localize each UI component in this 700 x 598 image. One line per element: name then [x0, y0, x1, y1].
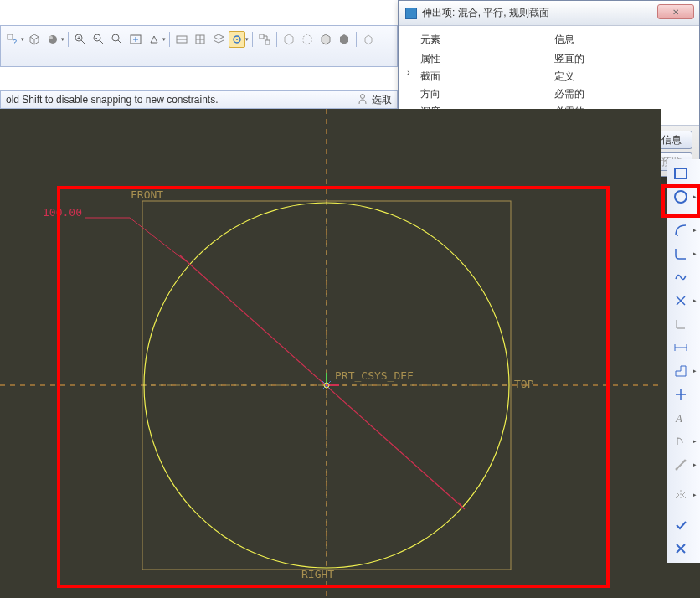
hidden-line-icon[interactable] — [299, 31, 316, 48]
sketch-canvas[interactable]: 100.00 FRONT RIGHT TOP PRT_CSYS_DEF — [0, 109, 661, 598]
refit-icon[interactable] — [127, 31, 144, 48]
edge-tool-icon[interactable]: ▸ — [668, 454, 693, 476]
point-tool-icon[interactable]: ▸ — [668, 290, 693, 312]
coord-tool-icon[interactable] — [668, 313, 693, 335]
sketch-tool-palette: ▸ ▸ ▸ ▸ ▸ A ▸ ▸ ▸ — [667, 159, 700, 563]
cube-icon[interactable] — [26, 31, 43, 48]
arc-tool-icon[interactable]: ▸ — [668, 219, 693, 241]
spline-tool-icon[interactable] — [668, 266, 693, 288]
view-icon-1[interactable] — [173, 31, 190, 48]
dropdown-icon[interactable]: ▾ — [245, 36, 249, 43]
current-row-marker: › — [407, 67, 410, 77]
orient-icon[interactable] — [146, 31, 162, 48]
right-label: RIGHT — [301, 568, 334, 580]
wireframe-icon[interactable] — [281, 31, 297, 48]
status-bar: old Shift to disable snapping to new con… — [0, 90, 398, 109]
done-icon[interactable] — [668, 514, 693, 536]
rectangle-tool-icon[interactable] — [668, 162, 693, 184]
cube-small-icon[interactable] — [360, 31, 377, 48]
sphere-icon[interactable] — [44, 31, 61, 48]
close-button[interactable]: ✕ — [657, 4, 694, 19]
svg-line-11 — [118, 40, 121, 44]
svg-point-55 — [684, 460, 687, 462]
dialog-title: 伸出项: 混合, 平行, 规则截面 — [422, 6, 549, 20]
shaded-icon[interactable] — [336, 31, 353, 48]
svg-point-24 — [361, 94, 365, 98]
svg-point-41 — [675, 191, 687, 203]
svg-line-34 — [130, 218, 186, 261]
person-icon — [357, 93, 368, 107]
svg-line-5 — [81, 40, 85, 44]
mirror-tool-icon[interactable]: ▸ — [668, 484, 693, 506]
svg-rect-21 — [265, 40, 270, 44]
svg-text:+: + — [77, 35, 80, 41]
svg-text:?: ? — [13, 38, 17, 46]
status-message: old Shift to disable snapping to new con… — [6, 94, 219, 106]
top-label: TOP — [514, 378, 534, 390]
no-hidden-icon[interactable] — [317, 31, 334, 48]
svg-text:-: - — [95, 34, 98, 40]
svg-line-8 — [100, 40, 103, 44]
dialog-titlebar[interactable]: 伸出项: 混合, 平行, 规则截面 ✕ — [399, 1, 699, 26]
svg-point-2 — [49, 35, 57, 44]
svg-line-53 — [677, 461, 685, 469]
dropdown-icon[interactable]: ▾ — [61, 36, 64, 43]
main-toolbar: ? ▾ ▾ + - ▾ ▾ — [0, 25, 398, 67]
zoom-fit-icon[interactable] — [109, 31, 126, 48]
text-tool-icon[interactable]: A — [668, 407, 693, 429]
constraint-tool-icon[interactable] — [668, 384, 693, 405]
zoom-out-icon[interactable]: - — [90, 31, 107, 48]
svg-line-31 — [180, 255, 465, 509]
table-row[interactable]: 截面 定义 — [404, 69, 694, 85]
dropdown-icon[interactable]: ▾ — [162, 36, 166, 43]
trim-tool-icon[interactable]: ▸ — [668, 430, 693, 452]
svg-point-10 — [112, 34, 119, 41]
select-label[interactable]: 选取 — [372, 93, 392, 107]
point-display-icon[interactable] — [229, 31, 245, 48]
table-row[interactable]: 属性 竖直的 — [404, 51, 694, 67]
csys-label: PRT_CSYS_DEF — [335, 369, 414, 382]
svg-point-19 — [236, 39, 238, 40]
dimension-tool-icon[interactable] — [668, 337, 693, 358]
svg-rect-20 — [260, 34, 264, 39]
svg-point-3 — [49, 36, 53, 39]
svg-point-42 — [677, 235, 678, 236]
svg-rect-40 — [675, 168, 687, 178]
layers-icon[interactable] — [210, 31, 227, 48]
element-table: 元素 信息 属性 竖直的 截面 定义 方向 必需的 深度 必需的 — [402, 29, 696, 121]
modify-tool-icon[interactable]: ▸ — [668, 360, 693, 382]
dimension-text[interactable]: 100.00 — [43, 206, 82, 219]
fillet-tool-icon[interactable]: ▸ — [668, 243, 693, 265]
svg-point-54 — [676, 468, 678, 471]
col-element: 元素 — [404, 31, 536, 49]
circle-tool-icon[interactable]: ▸ — [668, 186, 693, 208]
model-tree-icon[interactable] — [256, 31, 273, 48]
query-icon[interactable]: ? — [4, 31, 21, 48]
table-row[interactable]: 方向 必需的 — [404, 86, 694, 102]
quit-icon[interactable] — [668, 538, 693, 559]
col-info: 信息 — [538, 31, 694, 49]
svg-text:A: A — [675, 412, 682, 425]
dialog-icon — [405, 8, 417, 19]
zoom-in-icon[interactable]: + — [72, 31, 89, 48]
dropdown-icon[interactable]: ▾ — [21, 36, 24, 43]
front-label: FRONT — [131, 188, 163, 201]
view-icon-2[interactable] — [192, 31, 208, 48]
